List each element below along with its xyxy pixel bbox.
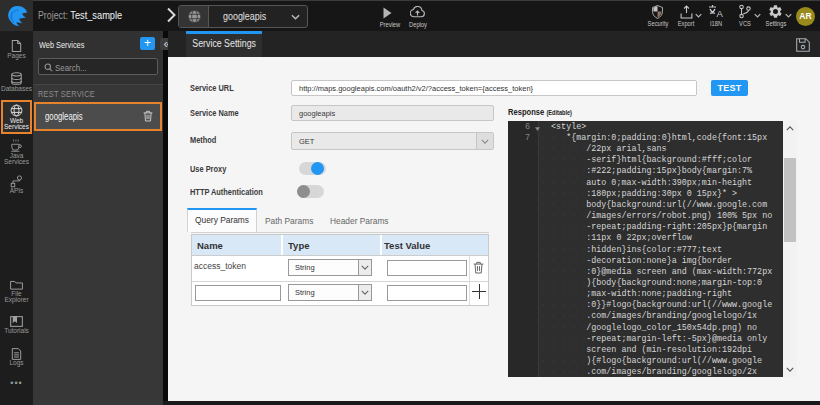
svg-text:A: A bbox=[717, 8, 724, 19]
